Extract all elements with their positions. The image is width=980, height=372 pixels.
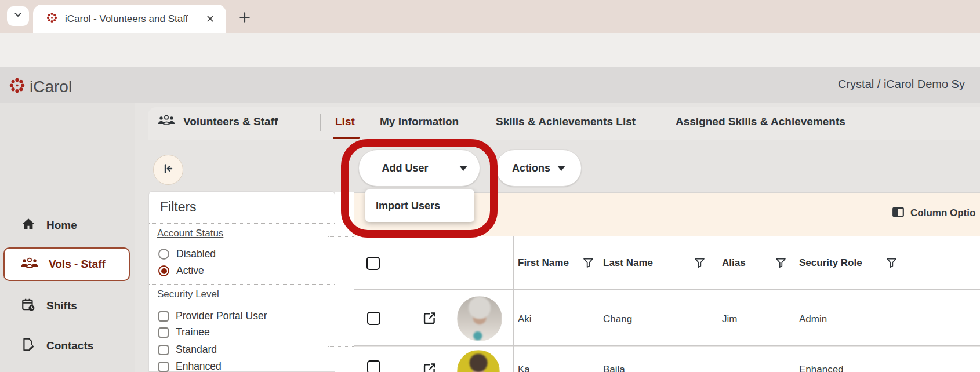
cell-last-name: Baila bbox=[603, 364, 625, 372]
column-options-button[interactable]: Column Optio bbox=[892, 206, 975, 221]
column-header-first-name[interactable]: First Name bbox=[518, 257, 569, 269]
checkbox-trainee[interactable] bbox=[158, 327, 169, 338]
collapse-panel-button[interactable] bbox=[153, 155, 183, 185]
cell-first-name: Ka bbox=[518, 364, 530, 372]
icarol-favicon bbox=[46, 12, 58, 26]
add-user-button[interactable]: Add User bbox=[359, 162, 447, 174]
column-header-alias[interactable]: Alias bbox=[722, 257, 746, 269]
columns-icon bbox=[892, 206, 905, 221]
browser-tab[interactable]: iCarol - Volunteers and Staff bbox=[33, 5, 226, 33]
filter-heading-security-level[interactable]: Security Level bbox=[157, 289, 219, 300]
tab-search-button[interactable] bbox=[7, 6, 29, 26]
caret-down-icon bbox=[459, 166, 467, 171]
column-header-security-role[interactable]: Security Role bbox=[799, 257, 862, 269]
app-header: iCarol Crystal / iCarol Demo Sy bbox=[0, 67, 980, 103]
filter-funnel-icon[interactable] bbox=[583, 257, 594, 268]
browser-tab-strip: iCarol - Volunteers and Staff bbox=[0, 0, 980, 33]
document-edit-icon bbox=[21, 337, 36, 355]
nav-divider bbox=[320, 114, 321, 131]
cell-first-name: Aki bbox=[518, 313, 532, 325]
filter-funnel-icon[interactable] bbox=[775, 257, 786, 268]
column-separator bbox=[513, 236, 514, 372]
new-tab-button[interactable] bbox=[237, 9, 253, 25]
cell-security-role: Enhanced bbox=[799, 364, 844, 372]
checkbox-provider-portal-user[interactable] bbox=[158, 311, 169, 322]
table-row[interactable] bbox=[354, 290, 980, 346]
actions-button[interactable]: Actions bbox=[496, 149, 582, 187]
radio-option-active[interactable]: Active bbox=[158, 265, 204, 277]
cell-security-role: Admin bbox=[799, 313, 827, 325]
sidebar-item-home[interactable]: Home bbox=[0, 213, 135, 238]
sidebar-item-contacts[interactable]: Contacts bbox=[0, 333, 135, 359]
checkbox-standard[interactable] bbox=[158, 345, 169, 355]
people-icon bbox=[158, 114, 175, 129]
filter-funnel-icon[interactable] bbox=[694, 257, 705, 268]
add-user-split-button: Add User bbox=[358, 149, 480, 187]
radio-option-disabled[interactable]: Disabled bbox=[158, 248, 216, 260]
checkbox-option-trainee[interactable]: Trainee bbox=[158, 326, 210, 338]
browser-window: iCarol - Volunteers and Staff https://ui… bbox=[0, 0, 980, 372]
tab-list[interactable]: List bbox=[335, 115, 355, 128]
tab-skills-achievements-list[interactable]: Skills & Achievements List bbox=[496, 115, 636, 128]
cell-last-name: Chang bbox=[603, 313, 632, 325]
open-record-icon[interactable] bbox=[422, 362, 437, 372]
checkbox-enhanced[interactable] bbox=[158, 362, 169, 372]
caret-down-icon bbox=[557, 166, 565, 171]
brand-name: iCarol bbox=[30, 78, 72, 96]
checkbox-option-enhanced[interactable]: Enhanced bbox=[158, 360, 222, 372]
menu-item-import-users[interactable]: Import Users bbox=[376, 200, 440, 212]
home-icon bbox=[21, 217, 36, 234]
open-record-icon[interactable] bbox=[422, 311, 437, 326]
row-select-checkbox[interactable] bbox=[367, 312, 380, 325]
sidebar-item-shifts[interactable]: Shifts bbox=[0, 293, 135, 319]
filter-funnel-icon[interactable] bbox=[886, 257, 897, 268]
nav-section-volunteers-staff[interactable]: Volunteers & Staff bbox=[158, 114, 278, 129]
tab-my-information[interactable]: My Information bbox=[380, 115, 459, 128]
tab-assigned-skills-achievements[interactable]: Assigned Skills & Achievements bbox=[676, 115, 845, 128]
sidebar-item-vols-staff[interactable]: Vols - Staff bbox=[3, 247, 130, 281]
row-select-checkbox[interactable] bbox=[367, 360, 380, 372]
checkbox-option-standard[interactable]: Standard bbox=[158, 344, 217, 356]
filters-title: Filters bbox=[160, 199, 197, 215]
divider bbox=[328, 290, 354, 290]
divider bbox=[328, 236, 354, 237]
select-all-checkbox[interactable] bbox=[366, 257, 380, 270]
radio-active[interactable] bbox=[158, 265, 169, 276]
icarol-flower-icon bbox=[8, 76, 26, 97]
sidebar: Home Vols - Staff Shifts Contacts Profil… bbox=[0, 103, 135, 372]
tab-close-icon[interactable] bbox=[203, 12, 217, 26]
filter-heading-account-status[interactable]: Account Status bbox=[157, 228, 223, 239]
active-tab-underline bbox=[333, 137, 360, 139]
tab-title: iCarol - Volunteers and Staff bbox=[65, 13, 203, 25]
add-user-dropdown-menu: Import Users bbox=[365, 189, 474, 222]
column-header-last-name[interactable]: Last Name bbox=[603, 257, 653, 269]
calendar-clock-icon bbox=[21, 297, 36, 315]
collapse-left-icon bbox=[162, 162, 175, 177]
radio-disabled[interactable] bbox=[158, 249, 169, 260]
divider bbox=[149, 223, 336, 224]
grid-gutter bbox=[335, 192, 354, 372]
divider bbox=[149, 284, 336, 285]
filters-panel: Filters Account Status Disabled Active S… bbox=[148, 191, 335, 372]
icarol-logo: iCarol bbox=[8, 76, 72, 97]
avatar bbox=[457, 296, 502, 341]
cell-alias: Jim bbox=[722, 313, 737, 325]
account-context[interactable]: Crystal / iCarol Demo Sy bbox=[838, 78, 965, 91]
table-row[interactable] bbox=[354, 347, 980, 372]
divider bbox=[328, 346, 354, 347]
people-icon bbox=[21, 257, 38, 272]
chevron-down-icon bbox=[13, 10, 23, 23]
add-user-dropdown-toggle[interactable] bbox=[447, 166, 480, 171]
checkbox-option-provider-portal-user[interactable]: Provider Portal User bbox=[158, 310, 267, 322]
browser-toolbar: https://ui.webtest.icarol.com/volsstaff/… bbox=[0, 33, 980, 67]
